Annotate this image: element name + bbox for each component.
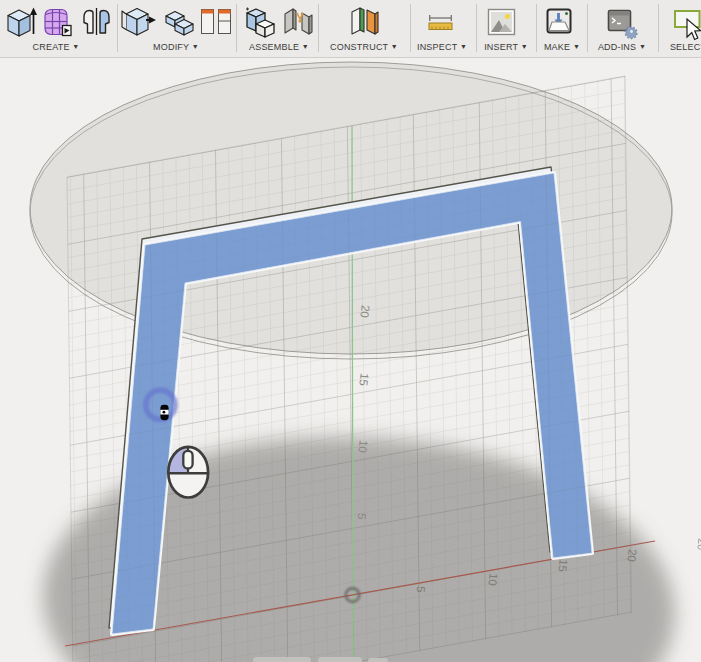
svg-text:20: 20 <box>625 548 638 562</box>
svg-text:5: 5 <box>356 513 369 521</box>
svg-text:10: 10 <box>486 572 499 586</box>
svg-text:5: 5 <box>415 586 428 594</box>
svg-text:15: 15 <box>556 558 569 572</box>
svg-text:15: 15 <box>357 372 370 386</box>
svg-text:20: 20 <box>358 304 371 318</box>
svg-text:10: 10 <box>356 439 369 453</box>
